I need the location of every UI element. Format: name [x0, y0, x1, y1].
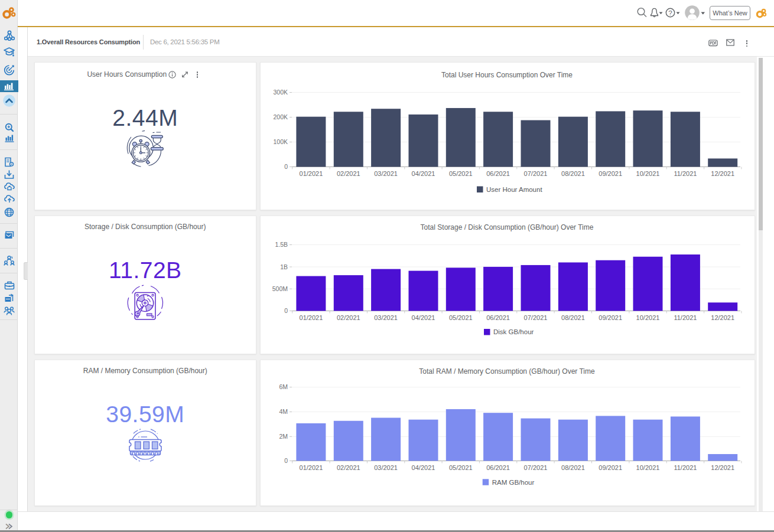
svg-text:1.5B: 1.5B: [275, 241, 288, 248]
svg-text:12/2021: 12/2021: [711, 169, 734, 177]
svg-text:09/2021: 09/2021: [599, 169, 622, 177]
svg-text:09/2021: 09/2021: [599, 464, 622, 471]
svg-text:04/2021: 04/2021: [412, 464, 435, 471]
svg-text:04/2021: 04/2021: [412, 169, 435, 177]
svg-text:?: ?: [668, 9, 672, 17]
svg-text:Total User Hours Consumption O: Total User Hours Consumption Over Time: [441, 70, 573, 79]
svg-text:04/2021: 04/2021: [412, 314, 435, 321]
svg-text:06/2021: 06/2021: [486, 314, 510, 321]
svg-text:Disk GB/hour: Disk GB/hour: [493, 328, 534, 335]
svg-text:2M: 2M: [279, 432, 288, 439]
svg-text:01/2021: 01/2021: [300, 314, 323, 321]
svg-text:0: 0: [284, 457, 288, 464]
svg-text:05/2021: 05/2021: [449, 314, 473, 321]
svg-text:06/2021: 06/2021: [486, 169, 510, 177]
svg-text:03/2021: 03/2021: [374, 314, 398, 321]
svg-text:11/2021: 11/2021: [674, 464, 697, 471]
svg-text:05/2021: 05/2021: [449, 169, 473, 177]
svg-text:10/2021: 10/2021: [636, 464, 660, 471]
svg-text:09/2021: 09/2021: [599, 314, 622, 321]
svg-text:10/2021: 10/2021: [636, 314, 660, 321]
svg-text:12/2021: 12/2021: [711, 314, 734, 321]
svg-text:07/2021: 07/2021: [524, 464, 548, 471]
svg-text:User Hour Amount: User Hour Amount: [486, 185, 542, 192]
svg-text:Total RAM / Memory Consumption: Total RAM / Memory Consumption (GB/hour)…: [419, 367, 595, 376]
svg-text:11/2021: 11/2021: [674, 314, 697, 321]
svg-text:02/2021: 02/2021: [337, 169, 360, 177]
svg-text:03/2021: 03/2021: [374, 464, 398, 471]
svg-text:06/2021: 06/2021: [486, 464, 510, 471]
svg-text:11/2021: 11/2021: [674, 169, 697, 177]
svg-text:03/2021: 03/2021: [374, 169, 398, 177]
svg-text:10/2021: 10/2021: [636, 169, 660, 177]
svg-text:08/2021: 08/2021: [561, 464, 585, 471]
svg-text:08/2021: 08/2021: [561, 169, 585, 177]
svg-text:RAM GB/hour: RAM GB/hour: [492, 478, 535, 485]
svg-text:02/2021: 02/2021: [337, 314, 360, 321]
svg-text:01/2021: 01/2021: [300, 464, 323, 471]
svg-text:08/2021: 08/2021: [561, 314, 585, 321]
svg-text:Total Storage / Disk Consumpti: Total Storage / Disk Consumption (GB/hou…: [421, 223, 594, 231]
svg-text:4M: 4M: [279, 408, 288, 415]
svg-text:6M: 6M: [279, 383, 288, 390]
svg-text:0: 0: [284, 307, 288, 314]
svg-text:07/2021: 07/2021: [524, 314, 548, 321]
svg-text:02/2021: 02/2021: [337, 464, 360, 471]
svg-text:300K: 300K: [273, 89, 288, 96]
svg-text:1B: 1B: [280, 263, 288, 270]
svg-text:12/2021: 12/2021: [711, 464, 734, 471]
svg-text:200K: 200K: [273, 113, 288, 120]
svg-text:500M: 500M: [272, 285, 288, 292]
svg-text:100K: 100K: [273, 138, 288, 145]
svg-text:01/2021: 01/2021: [300, 169, 323, 177]
svg-text:07/2021: 07/2021: [524, 169, 548, 177]
svg-text:05/2021: 05/2021: [449, 464, 473, 471]
svg-text:0: 0: [284, 163, 288, 170]
